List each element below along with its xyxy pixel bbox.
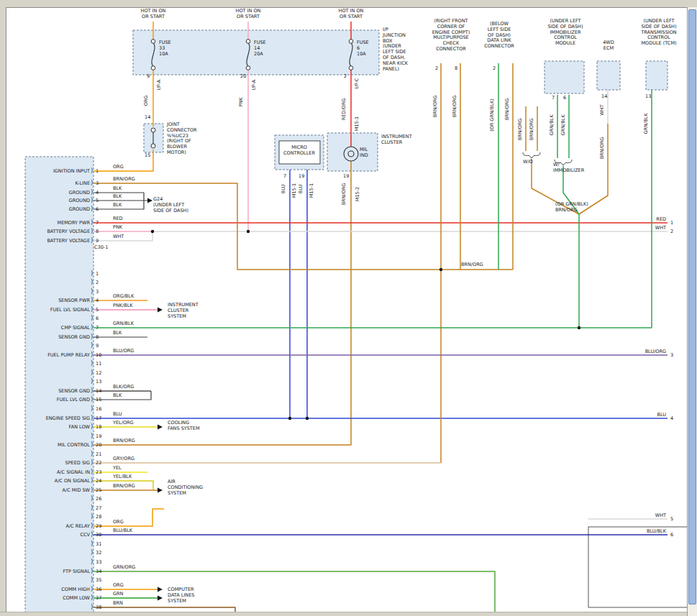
4wd-ecm-box xyxy=(597,61,620,90)
joint-terminal xyxy=(151,144,155,148)
fuse-terminal xyxy=(246,66,250,70)
scrollbar-thumb[interactable] xyxy=(688,9,696,604)
arrow-icon xyxy=(147,198,152,203)
wire-org xyxy=(94,509,164,526)
junction-dot xyxy=(578,326,580,329)
fuse-terminal xyxy=(151,66,155,70)
junction-dot xyxy=(306,417,309,420)
bottom-right-box xyxy=(588,527,696,607)
window-bottom-border xyxy=(0,612,687,616)
fuse-terminal xyxy=(349,40,353,44)
wire-org xyxy=(94,150,153,171)
window-left-border xyxy=(0,7,6,616)
fuse-terminal xyxy=(349,66,353,70)
wire-brn_org xyxy=(94,183,513,270)
wire-blk xyxy=(94,391,151,400)
wire-brn_org xyxy=(579,124,608,214)
arrow-icon xyxy=(158,488,163,493)
immobilizer-box xyxy=(545,61,584,93)
vertical-scrollbar[interactable] xyxy=(687,7,697,616)
arrow-icon xyxy=(158,596,163,601)
ecm-box xyxy=(25,157,94,616)
fuse-terminal xyxy=(246,40,250,44)
brace xyxy=(523,152,540,158)
arrow-icon xyxy=(158,308,163,313)
ip-junction-box xyxy=(133,30,379,75)
brace xyxy=(555,160,572,165)
arrow-icon xyxy=(158,587,163,592)
junction-dot xyxy=(439,268,442,271)
junction-dot xyxy=(151,230,154,233)
arrow-icon xyxy=(158,425,163,430)
instrument-cluster-box xyxy=(327,133,378,171)
wire-yel_blk xyxy=(94,481,153,490)
tcm-box xyxy=(646,61,668,90)
junction-dot xyxy=(288,417,291,420)
window-top-border xyxy=(0,0,697,8)
wire-grn_org xyxy=(94,571,495,615)
wire-brn_org xyxy=(532,159,579,214)
junction-dot xyxy=(247,230,250,233)
joint-terminal xyxy=(151,128,155,132)
wire-brn_org xyxy=(94,161,351,445)
wiring-diagram-page: HOT IN ON OR STARTHOT IN ON OR STARTHOT … xyxy=(0,0,697,616)
fuse-terminal xyxy=(151,40,155,44)
micro-controller-box xyxy=(279,141,320,164)
wiring-diagram-svg xyxy=(0,0,697,616)
wire-wht xyxy=(94,231,152,241)
